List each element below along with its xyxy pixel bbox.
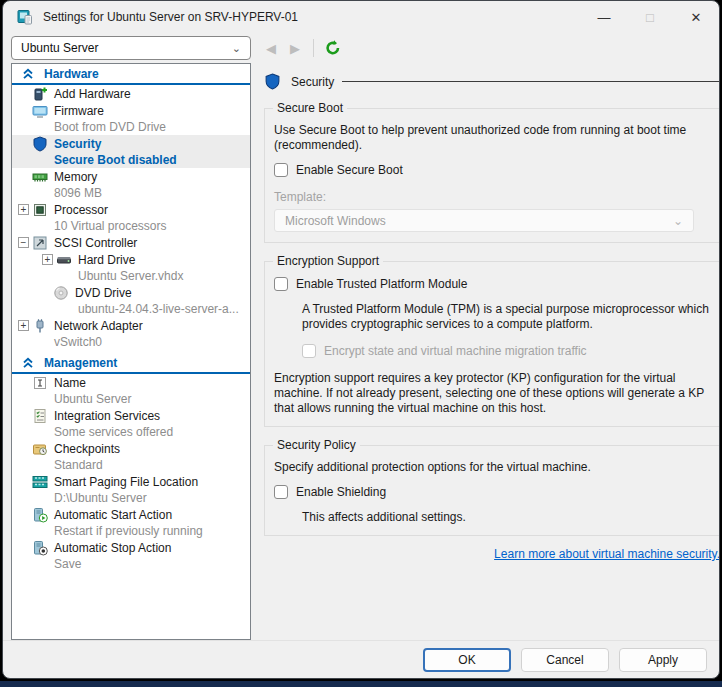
item-label: Automatic Start Action xyxy=(54,508,172,522)
memory-icon xyxy=(32,169,48,185)
auto-start-action-icon xyxy=(32,507,48,523)
template-label: Template: xyxy=(274,190,712,205)
vm-selector-value: Ubuntu Server xyxy=(21,41,98,55)
integration-services-icon xyxy=(32,408,48,424)
main-area: Hardware Add Hardware xyxy=(11,63,711,640)
group-legend: Encryption Support xyxy=(273,254,383,268)
sidebar-item-dvd-drive[interactable]: DVD Drive ubuntu-24.04.3-live-server-a..… xyxy=(12,284,250,317)
item-label: Checkpoints xyxy=(54,442,120,456)
shielding-note: This affects additional settings. xyxy=(302,510,712,525)
tpm-description: A Trusted Platform Module (TPM) is a spe… xyxy=(302,302,712,332)
encryption-support-group: Encryption Support Enable Trusted Platfo… xyxy=(264,261,720,427)
checkpoints-icon xyxy=(32,441,48,457)
sidebar-item-checkpoints[interactable]: Checkpoints Standard xyxy=(12,440,250,473)
window-title: Settings for Ubuntu Server on SRV-HYPERV… xyxy=(43,10,298,24)
sidebar-item-network-adapter[interactable]: + Network Adapter vSwitch0 xyxy=(12,317,250,350)
encrypt-traffic-row: Encrypt state and virtual machine migrat… xyxy=(302,344,712,358)
item-label: Smart Paging File Location xyxy=(54,475,198,489)
back-icon: ◀ xyxy=(259,41,283,56)
add-hardware-icon xyxy=(32,86,48,102)
policy-description: Specify additional protection options fo… xyxy=(274,460,712,475)
checkbox-label: Enable Secure Boot xyxy=(296,163,403,177)
window-controls: — □ ✕ xyxy=(581,1,719,33)
item-label: SCSI Controller xyxy=(54,236,137,250)
section-label: Management xyxy=(44,356,117,370)
item-sublabel: 10 Virtual processors xyxy=(12,218,250,234)
group-legend: Secure Boot xyxy=(273,101,347,115)
security-settings-pane: Security Secure Boot Use Secure Boot to … xyxy=(251,63,720,640)
security-shield-icon xyxy=(264,73,281,90)
sidebar-item-smart-paging[interactable]: Smart Paging File Location D:\Ubuntu Ser… xyxy=(12,473,250,506)
hard-drive-icon xyxy=(56,252,72,268)
enable-tpm-checkbox[interactable] xyxy=(274,277,288,291)
security-shield-icon xyxy=(32,136,48,152)
item-label: Processor xyxy=(54,203,108,217)
item-sublabel: D:\Ubuntu Server xyxy=(12,490,250,506)
sidebar-item-auto-start-action[interactable]: Automatic Start Action Restart if previo… xyxy=(12,506,250,539)
tree-expander-plus[interactable]: + xyxy=(18,320,29,331)
sidebar-item-integration-services[interactable]: Integration Services Some services offer… xyxy=(12,407,250,440)
network-adapter-icon xyxy=(32,318,48,334)
tree-expander-plus[interactable]: + xyxy=(18,204,29,215)
pane-header: Security xyxy=(264,73,720,90)
section-label: Hardware xyxy=(44,67,99,81)
item-sublabel: Save xyxy=(12,556,250,572)
item-sublabel: ubuntu-24.04.3-live-server-a... xyxy=(12,301,250,317)
item-label: Name xyxy=(54,376,86,390)
item-label: Integration Services xyxy=(54,409,160,423)
checkbox-label: Enable Shielding xyxy=(296,485,386,499)
item-sublabel: Secure Boot disabled xyxy=(12,152,250,168)
sidebar-item-add-hardware[interactable]: Add Hardware xyxy=(12,85,250,102)
link-row: Learn more about virtual machine securit… xyxy=(264,547,720,561)
checkbox-label: Enable Trusted Platform Module xyxy=(296,277,467,291)
hyperv-settings-app-icon xyxy=(17,9,33,25)
secure-boot-description: Use Secure Boot to help prevent unauthor… xyxy=(274,123,704,153)
dialog-footer: OK Cancel Apply xyxy=(3,640,719,678)
sidebar-item-scsi-controller[interactable]: − SCSI Controller xyxy=(12,234,250,251)
learn-more-link[interactable]: Learn more about virtual machine securit… xyxy=(494,547,720,561)
sidebar-item-security[interactable]: Security Secure Boot disabled xyxy=(12,135,250,168)
header-rule xyxy=(342,81,720,82)
item-sublabel: Boot from DVD Drive xyxy=(12,119,250,135)
item-sublabel: Restart if previously running xyxy=(12,523,250,539)
item-label: Network Adapter xyxy=(54,319,143,333)
sidebar-item-name[interactable]: Name Ubuntu Server xyxy=(12,374,250,407)
forward-icon: ▶ xyxy=(283,41,307,56)
item-label: Hard Drive xyxy=(78,253,135,267)
sidebar-item-firmware[interactable]: Firmware Boot from DVD Drive xyxy=(12,102,250,135)
group-legend: Security Policy xyxy=(273,438,360,452)
minimize-button[interactable]: — xyxy=(581,1,627,33)
toolbar-divider xyxy=(313,39,314,57)
apply-button[interactable]: Apply xyxy=(619,648,707,672)
item-label: DVD Drive xyxy=(75,286,132,300)
sidebar-item-hard-drive[interactable]: + Hard Drive Ubuntu Server.vhdx xyxy=(12,251,250,284)
enable-shielding-checkbox[interactable] xyxy=(274,485,288,499)
item-sublabel: Ubuntu Server.vhdx xyxy=(12,268,250,284)
section-header-hardware[interactable]: Hardware xyxy=(12,64,250,85)
cancel-button[interactable]: Cancel xyxy=(521,648,609,672)
sidebar-item-auto-stop-action[interactable]: Automatic Stop Action Save xyxy=(12,539,250,572)
section-header-management[interactable]: Management xyxy=(12,353,250,374)
refresh-icon[interactable] xyxy=(324,39,342,57)
vm-selector-dropdown[interactable]: Ubuntu Server ⌄ xyxy=(11,36,251,60)
enable-secure-boot-checkbox[interactable] xyxy=(274,163,288,177)
template-select: Microsoft Windows ⌄ xyxy=(274,209,694,232)
checkbox-label: Encrypt state and virtual machine migrat… xyxy=(324,344,587,358)
auto-stop-action-icon xyxy=(32,540,48,556)
enable-secure-boot-row: Enable Secure Boot xyxy=(274,163,712,177)
kp-note: Encryption support requires a key protec… xyxy=(274,371,706,416)
tree-expander-plus[interactable]: + xyxy=(42,254,53,265)
sidebar-item-memory[interactable]: Memory 8096 MB xyxy=(12,168,250,201)
enable-tpm-row: Enable Trusted Platform Module xyxy=(274,277,712,291)
smart-paging-icon xyxy=(32,474,48,490)
item-sublabel: vSwitch0 xyxy=(12,334,250,350)
ok-button[interactable]: OK xyxy=(423,648,511,672)
item-label: Memory xyxy=(54,170,97,184)
maximize-button: □ xyxy=(627,1,673,33)
close-button[interactable]: ✕ xyxy=(673,1,719,33)
sidebar-item-processor[interactable]: + Processor 10 Virtual processors xyxy=(12,201,250,234)
firmware-icon xyxy=(32,103,48,119)
chevron-down-icon: ⌄ xyxy=(673,214,683,228)
pane-title: Security xyxy=(291,75,334,89)
tree-expander-minus[interactable]: − xyxy=(18,237,29,248)
